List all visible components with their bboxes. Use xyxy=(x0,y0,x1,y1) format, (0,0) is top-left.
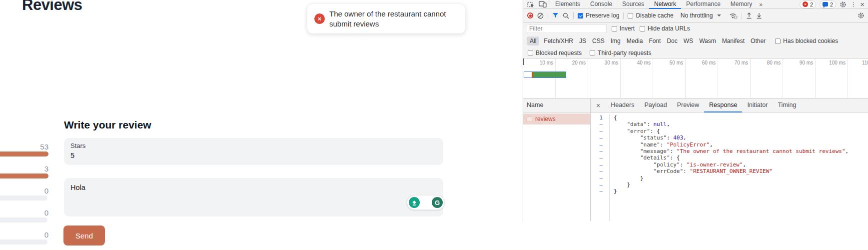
filter-chip-ws[interactable]: WS xyxy=(681,36,696,46)
rating-bar xyxy=(0,218,47,222)
rating-row: 0 xyxy=(0,231,48,244)
hide-data-urls-label: Hide data URLs xyxy=(648,25,690,32)
request-waterfall-bar[interactable] xyxy=(524,72,566,78)
disable-cache-option[interactable]: Disable cache xyxy=(628,12,673,19)
inspect-element-icon[interactable] xyxy=(527,1,535,8)
resource-chips: AllFetch/XHRJSCSSImgMediaFontDocWSWasmMa… xyxy=(527,36,769,46)
grammarly-suggestion-icon[interactable]: ◆ xyxy=(409,197,420,208)
hide-data-urls-checkbox[interactable] xyxy=(640,26,645,32)
detail-tab-payload[interactable]: Payload xyxy=(639,98,672,112)
tab-sources[interactable]: Sources xyxy=(617,0,649,9)
invert-checkbox[interactable] xyxy=(612,26,617,32)
more-tabs-chevron[interactable]: » xyxy=(757,1,765,8)
network-overview-timeline[interactable]: 10 ms20 ms30 ms40 ms50 ms60 ms70 ms80 ms… xyxy=(523,58,868,98)
filter-chip-img[interactable]: Img xyxy=(608,36,624,46)
preserve-log-checkbox[interactable] xyxy=(578,13,583,18)
issues-count-badge[interactable]: 2 xyxy=(820,0,836,8)
toast-message: The owner of the restaurant cannot submi… xyxy=(329,9,452,28)
tab-memory[interactable]: Memory xyxy=(726,0,757,9)
blocked-requests-option[interactable]: Blocked requests xyxy=(528,50,582,56)
tab-elements[interactable]: Elements xyxy=(550,0,585,9)
throttling-value: No throttling xyxy=(681,12,713,19)
filter-chip-css[interactable]: CSS xyxy=(589,36,608,46)
record-network-log-icon[interactable] xyxy=(527,12,533,18)
invert-option[interactable]: Invert xyxy=(612,25,635,32)
third-party-requests-label: Third-party requests xyxy=(598,50,651,56)
filter-input[interactable] xyxy=(527,24,607,33)
rating-count: 0 xyxy=(0,231,48,238)
throttling-select[interactable]: No throttling xyxy=(681,12,722,19)
devtools-tabbar: ElementsConsoleSourcesNetworkPerformance… xyxy=(523,0,868,9)
code-line: } xyxy=(614,175,849,182)
detail-tab-initiator[interactable]: Initiator xyxy=(742,98,773,112)
grammarly-widget[interactable]: ◆ G xyxy=(407,195,445,210)
stars-field[interactable]: Stars 5 xyxy=(64,138,443,165)
response-json-code: { "data": null, "error": { "status": 403… xyxy=(610,114,849,221)
divider xyxy=(548,12,548,19)
tab-performance[interactable]: Performance xyxy=(681,0,726,9)
network-conditions-icon[interactable] xyxy=(729,12,738,19)
review-textarea[interactable]: Hola xyxy=(64,178,443,216)
export-har-icon[interactable] xyxy=(756,12,762,19)
gutter-line: – xyxy=(591,168,603,174)
third-party-requests-option[interactable]: Third-party requests xyxy=(590,50,651,56)
hide-data-urls-option[interactable]: Hide data URLs xyxy=(640,25,690,32)
settings-gear-icon[interactable] xyxy=(840,1,847,8)
clear-network-log-icon[interactable] xyxy=(537,12,544,19)
request-file-icon xyxy=(527,116,532,122)
preserve-log-option[interactable]: Preserve log xyxy=(578,12,619,19)
gutter-line: – xyxy=(591,134,603,141)
detail-tab-response[interactable]: Response xyxy=(704,98,742,112)
menu-dots-icon[interactable]: ⋮ xyxy=(850,0,857,8)
detail-tab-timing[interactable]: Timing xyxy=(773,98,801,112)
rating-row: 3 xyxy=(0,165,48,178)
gutter-line: – xyxy=(591,162,603,168)
filter-chip-wasm[interactable]: Wasm xyxy=(696,36,719,46)
third-party-requests-checkbox[interactable] xyxy=(590,50,595,56)
rating-bar xyxy=(0,240,47,244)
send-button[interactable]: Send xyxy=(63,226,105,246)
filter-chip-font[interactable]: Font xyxy=(646,36,664,46)
device-toolbar-icon[interactable] xyxy=(539,1,547,8)
request-row-reviews[interactable]: reviews xyxy=(523,114,590,124)
filter-chip-manifest[interactable]: Manifest xyxy=(719,36,748,46)
detail-tab-headers[interactable]: Headers xyxy=(606,98,639,112)
rating-bar xyxy=(0,174,48,178)
gutter-line: – xyxy=(591,188,603,194)
network-settings-gear-icon[interactable] xyxy=(858,12,868,19)
code-line: } xyxy=(614,182,849,188)
name-column-header[interactable]: Name xyxy=(523,98,590,112)
filter-chip-js[interactable]: JS xyxy=(576,36,589,46)
bulb-stem xyxy=(413,204,416,206)
filter-chip-other[interactable]: Other xyxy=(748,36,769,46)
tab-console[interactable]: Console xyxy=(585,0,617,9)
has-blocked-cookies-option[interactable]: Has blocked cookies xyxy=(775,38,838,44)
stars-label: Stars xyxy=(70,142,437,150)
blocked-requests-checkbox[interactable] xyxy=(528,50,533,56)
close-devtools-icon[interactable]: × xyxy=(860,0,865,8)
detail-tab-preview[interactable]: Preview xyxy=(672,98,704,112)
disable-cache-checkbox[interactable] xyxy=(628,13,633,18)
filter-chip-media[interactable]: Media xyxy=(624,36,646,46)
error-count-badge[interactable]: × 2 xyxy=(800,0,816,8)
timeline-tick: 50 ms xyxy=(653,58,686,98)
has-blocked-cookies-label: Has blocked cookies xyxy=(783,38,838,44)
rating-bar xyxy=(0,152,48,156)
filter-chip-fetchxhr[interactable]: Fetch/XHR xyxy=(541,36,576,46)
filter-row: Invert Hide data URLs xyxy=(523,22,868,34)
g-glyph: G xyxy=(435,199,440,206)
error-circle-icon: × xyxy=(314,14,325,24)
tab-network[interactable]: Network xyxy=(649,0,681,9)
filter-funnel-icon[interactable] xyxy=(552,12,559,18)
has-blocked-cookies-checkbox[interactable] xyxy=(775,38,781,44)
grammarly-logo-icon[interactable]: G xyxy=(432,197,443,208)
filter-chip-doc[interactable]: Doc xyxy=(664,36,680,46)
search-icon[interactable] xyxy=(563,12,569,19)
filter-chip-all[interactable]: All xyxy=(527,36,539,46)
import-har-icon[interactable] xyxy=(746,12,752,19)
page-title: Reviews xyxy=(22,0,82,14)
close-detail-icon[interactable]: × xyxy=(591,102,606,110)
divider xyxy=(742,12,742,19)
message-count: 2 xyxy=(830,2,833,8)
gutter-line: 1 xyxy=(591,114,603,121)
